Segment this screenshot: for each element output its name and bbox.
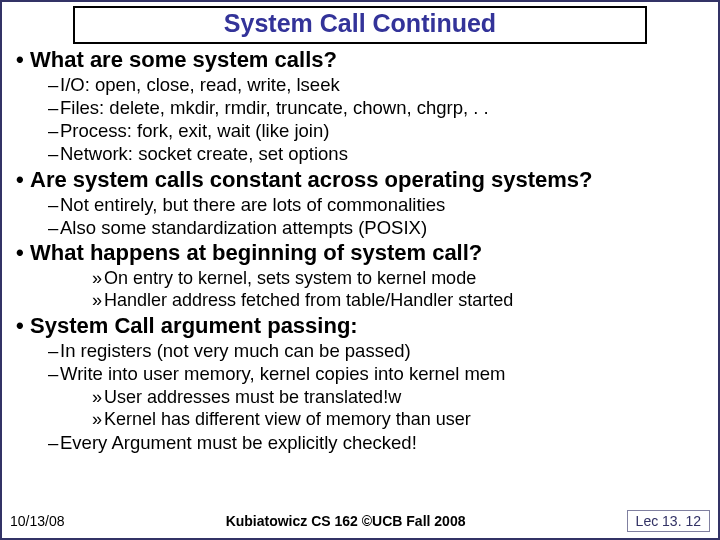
- sub-sub-text: User addresses must be translated!w: [104, 387, 401, 407]
- slide-content: •What are some system calls? –I/O: open,…: [10, 44, 710, 454]
- bullet-2: •Are system calls constant across operat…: [10, 166, 710, 194]
- sub-item: –In registers (not very much can be pass…: [10, 339, 710, 362]
- sub-item: –Process: fork, exit, wait (like join): [10, 119, 710, 142]
- sub-sub-item: »User addresses must be translated!w: [10, 386, 710, 409]
- sub-sub-text: Handler address fetched from table/Handl…: [104, 290, 513, 310]
- bullet-1: •What are some system calls?: [10, 46, 710, 74]
- sub-text: Write into user memory, kernel copies in…: [60, 363, 506, 384]
- sub-sub-text: Kernel has different view of memory than…: [104, 409, 471, 429]
- sub-text: Also some standardization attempts (POSI…: [60, 217, 427, 238]
- sub-text: Every Argument must be explicitly checke…: [60, 432, 417, 453]
- footer-date: 10/13/08: [10, 513, 65, 529]
- sub-item: –Also some standardization attempts (POS…: [10, 216, 710, 239]
- sub-text: In registers (not very much can be passe…: [60, 340, 411, 361]
- sub-item: –I/O: open, close, read, write, lseek: [10, 73, 710, 96]
- sub-item: –Every Argument must be explicitly check…: [10, 431, 710, 454]
- sub-text: Not entirely, but there are lots of comm…: [60, 194, 445, 215]
- footer-course: Kubiatowicz CS 162 ©UCB Fall 2008: [226, 513, 466, 529]
- sub-item: –Files: delete, mkdir, rmdir, truncate, …: [10, 96, 710, 119]
- sub-item: –Write into user memory, kernel copies i…: [10, 362, 710, 385]
- sub-text: Files: delete, mkdir, rmdir, truncate, c…: [60, 97, 489, 118]
- bullet-4: •System Call argument passing:: [10, 312, 710, 340]
- slide-title: System Call Continued: [73, 6, 647, 44]
- bullet-3-text: What happens at beginning of system call…: [30, 240, 482, 265]
- slide: System Call Continued •What are some sys…: [0, 0, 720, 540]
- footer: 10/13/08 Kubiatowicz CS 162 ©UCB Fall 20…: [2, 510, 718, 536]
- footer-lecture: Lec 13. 12: [627, 510, 710, 532]
- sub-text: Process: fork, exit, wait (like join): [60, 120, 329, 141]
- sub-item: –Not entirely, but there are lots of com…: [10, 193, 710, 216]
- sub-sub-item: »On entry to kernel, sets system to kern…: [10, 267, 710, 290]
- bullet-3: •What happens at beginning of system cal…: [10, 239, 710, 267]
- sub-sub-item: »Handler address fetched from table/Hand…: [10, 289, 710, 312]
- bullet-4-text: System Call argument passing:: [30, 313, 358, 338]
- sub-sub-item: »Kernel has different view of memory tha…: [10, 408, 710, 431]
- sub-item: –Network: socket create, set options: [10, 142, 710, 165]
- sub-text: I/O: open, close, read, write, lseek: [60, 74, 340, 95]
- sub-text: Network: socket create, set options: [60, 143, 348, 164]
- sub-sub-text: On entry to kernel, sets system to kerne…: [104, 268, 476, 288]
- bullet-1-text: What are some system calls?: [30, 47, 337, 72]
- bullet-2-text: Are system calls constant across operati…: [30, 167, 592, 192]
